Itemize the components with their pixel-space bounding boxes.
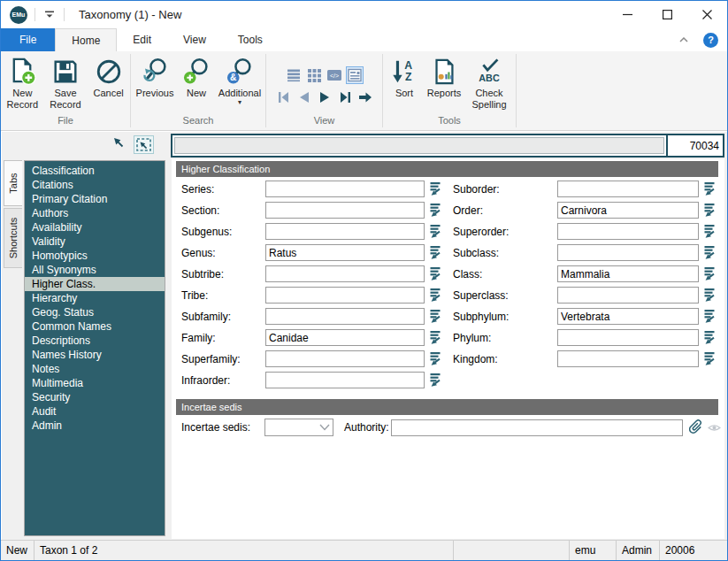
details-view-icon[interactable] (347, 67, 363, 83)
family-input[interactable] (265, 329, 425, 346)
minimize-button[interactable] (608, 1, 648, 28)
attachment-icon[interactable] (688, 419, 704, 435)
lookup-list-icon[interactable] (703, 330, 716, 345)
marquee-select-icon[interactable] (134, 135, 154, 154)
series-input[interactable] (265, 181, 425, 197)
lookup-list-icon[interactable] (429, 288, 441, 303)
lookup-list-icon[interactable] (703, 224, 716, 239)
sidebar-item-authors[interactable]: Authors (25, 206, 165, 220)
sidebar-item-homotypics[interactable]: Homotypics (25, 249, 165, 263)
additional-search-button[interactable]: & Additional ▾ (214, 54, 265, 106)
authority-input[interactable] (391, 419, 683, 436)
previous-search-button[interactable]: Previous (131, 54, 179, 99)
sidebar-item-geog-status[interactable]: Geog. Status (25, 305, 165, 319)
sidebar-item-classification[interactable]: Classification (25, 164, 165, 178)
side-tab-shortcuts[interactable]: Shortcuts (4, 208, 22, 268)
subclass-input[interactable] (557, 244, 699, 261)
check-spelling-button[interactable]: ABC Check Spelling (466, 54, 512, 111)
sidebar-item-hierarchy[interactable]: Hierarchy (25, 291, 165, 305)
subfamily-input[interactable] (265, 308, 425, 325)
first-record-icon[interactable] (276, 89, 292, 105)
lookup-list-icon[interactable] (703, 203, 716, 218)
lookup-list-icon[interactable] (429, 245, 441, 260)
sidebar-item-admin[interactable]: Admin (25, 419, 165, 433)
pointer-select-icon[interactable] (111, 135, 126, 153)
class-input[interactable] (557, 265, 699, 282)
order-input[interactable] (557, 202, 699, 219)
phylum-input[interactable] (557, 329, 699, 346)
eye-icon[interactable] (706, 421, 722, 434)
lookup-list-icon[interactable] (703, 245, 716, 260)
tab-tools[interactable]: Tools (222, 28, 279, 51)
tab-home[interactable]: Home (55, 28, 117, 51)
lookup-list-icon[interactable] (429, 309, 441, 324)
new-search-button[interactable]: New (179, 54, 214, 99)
tab-edit[interactable]: Edit (117, 28, 167, 51)
close-button[interactable] (687, 1, 727, 28)
list-view-icon[interactable] (286, 67, 302, 83)
lookup-list-icon[interactable] (429, 351, 441, 366)
sidebar-item-multimedia[interactable]: Multimedia (25, 376, 165, 390)
next-record-icon[interactable] (317, 89, 333, 105)
genus-input[interactable] (265, 244, 425, 261)
sidebar-item-availability[interactable]: Availability (25, 220, 165, 234)
suborder-input[interactable] (557, 181, 699, 197)
sidebar-item-validity[interactable]: Validity (25, 234, 165, 249)
tribe-input[interactable] (265, 287, 425, 304)
lookup-list-icon[interactable] (429, 203, 441, 218)
superfamily-input[interactable] (265, 350, 425, 367)
sidebar-item-notes[interactable]: Notes (25, 362, 165, 376)
tab-view[interactable]: View (167, 28, 222, 51)
cancel-button[interactable]: Cancel (87, 54, 130, 99)
lookup-list-icon[interactable] (429, 330, 441, 345)
lookup-list-icon[interactable] (703, 266, 716, 281)
subphylum-input[interactable] (557, 308, 699, 325)
genus-label: Genus: (181, 247, 265, 259)
sidebar-item-common-names[interactable]: Common Names (25, 319, 165, 334)
sidebar-item-primary-citation[interactable]: Primary Citation (25, 192, 165, 206)
section-input[interactable] (265, 202, 425, 219)
lookup-list-icon[interactable] (429, 224, 441, 239)
maximize-button[interactable] (648, 1, 687, 28)
lookup-list-icon[interactable] (703, 309, 716, 324)
subtribe-input[interactable] (265, 265, 425, 282)
lookup-list-icon[interactable] (703, 288, 716, 303)
sort-button[interactable]: AZ Sort (387, 54, 422, 99)
superclass-input[interactable] (557, 287, 699, 304)
sidebar-item-audit[interactable]: Audit (25, 404, 165, 419)
save-record-button[interactable]: Save Record (44, 54, 88, 111)
sidebar-item-names-history[interactable]: Names History (25, 348, 165, 362)
quick-access-dropdown-icon[interactable] (42, 6, 57, 24)
kingdom-input[interactable] (557, 350, 699, 367)
tab-file[interactable]: File (1, 28, 55, 51)
right-field-column: Suborder: Order: Superorder: Subclass: C… (453, 181, 716, 372)
help-icon[interactable]: ? (703, 33, 718, 48)
new-record-button[interactable]: New Record (1, 54, 44, 111)
goto-record-icon[interactable] (357, 89, 373, 105)
sidebar-item-citations[interactable]: Citations (25, 178, 165, 192)
side-tab-tabs[interactable]: Tabs (4, 160, 22, 206)
sidebar-item-descriptions[interactable]: Descriptions (25, 334, 165, 348)
reports-button[interactable]: Reports (422, 54, 466, 99)
code-view-icon[interactable]: </> (326, 67, 342, 83)
collapse-ribbon-icon[interactable] (677, 33, 691, 47)
grid-view-icon[interactable] (306, 67, 322, 83)
sidebar-item-higher-class[interactable]: Higher Class. (25, 277, 165, 291)
sidebar-item-all-synonyms[interactable]: All Synonyms (25, 263, 165, 277)
last-record-icon[interactable] (337, 89, 353, 105)
incertae-sedis-dropdown[interactable] (264, 419, 333, 436)
lookup-list-icon[interactable] (703, 351, 716, 366)
sidebar-item-security[interactable]: Security (25, 390, 165, 404)
previous-record-icon[interactable] (296, 89, 312, 105)
subgenus-input[interactable] (265, 223, 425, 240)
subgenus-label: Subgenus: (181, 226, 265, 238)
infraorder-input[interactable] (265, 372, 425, 388)
new-record-icon (6, 55, 38, 88)
superorder-input[interactable] (557, 223, 699, 240)
ribbon-group-view: </> (266, 51, 382, 130)
lookup-list-icon[interactable] (429, 181, 441, 196)
lookup-list-icon[interactable] (703, 181, 716, 196)
lookup-list-icon[interactable] (429, 266, 441, 281)
lookup-list-icon[interactable] (429, 373, 441, 388)
status-mode: New (1, 541, 34, 560)
